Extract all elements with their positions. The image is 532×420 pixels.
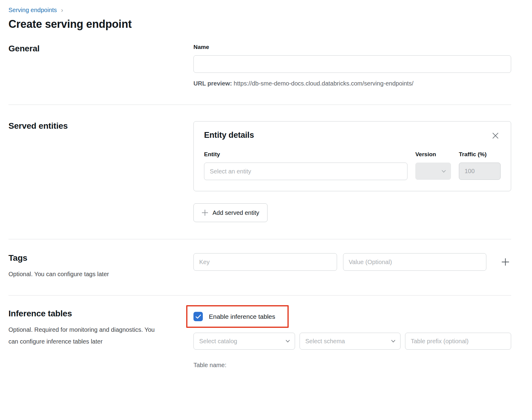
- create-serving-endpoint-page: Serving endpoints › Create serving endpo…: [0, 0, 532, 369]
- select-catalog-dropdown[interactable]: Select catalog: [193, 333, 295, 350]
- version-label: Version: [415, 151, 451, 158]
- enable-inference-tables-checkbox[interactable]: [193, 312, 203, 321]
- name-label: Name: [193, 44, 511, 50]
- breadcrumb-serving-endpoints-link[interactable]: Serving endpoints: [8, 7, 57, 14]
- general-heading: General: [8, 44, 163, 53]
- breadcrumb-chevron-icon: ›: [61, 7, 63, 13]
- check-icon: [196, 315, 201, 319]
- entity-details-card: Entity details Entity: [193, 121, 511, 191]
- entity-label: Entity: [204, 151, 407, 158]
- served-entities-section: Served entities Entity details Entity: [8, 121, 511, 222]
- general-section: General Name URL preview: https://db-sme…: [8, 44, 511, 87]
- highlight-annotation-box: Enable inference tables: [186, 305, 289, 328]
- traffic-input[interactable]: [459, 163, 501, 180]
- select-schema-dropdown[interactable]: Select schema: [300, 333, 401, 350]
- traffic-label: Traffic (%): [459, 151, 501, 158]
- version-select[interactable]: [415, 163, 451, 180]
- chevron-down-icon: [442, 170, 446, 173]
- page-title: Create serving endpoint: [8, 18, 511, 31]
- section-divider: [8, 295, 511, 296]
- add-served-entity-label: Add served entity: [212, 209, 259, 216]
- close-icon[interactable]: [490, 131, 501, 141]
- select-catalog-placeholder: Select catalog: [199, 338, 237, 345]
- select-schema-placeholder: Select schema: [305, 338, 345, 345]
- table-name-label: Table name:: [193, 362, 511, 369]
- served-entities-heading: Served entities: [8, 121, 163, 131]
- section-divider: [8, 239, 511, 239]
- inference-tables-subtitle: Optional. Required for monitoring and di…: [8, 324, 163, 347]
- url-preview: URL preview: https://db-sme-demo-docs.cl…: [193, 80, 511, 87]
- tags-subtitle: Optional. You can configure tags later: [8, 268, 163, 280]
- section-divider: [8, 105, 511, 105]
- chevron-down-icon: [391, 340, 395, 343]
- tag-key-input[interactable]: [193, 253, 337, 271]
- enable-inference-tables-label: Enable inference tables: [209, 313, 275, 320]
- entity-select-input[interactable]: [204, 163, 407, 180]
- url-preview-label: URL preview:: [193, 80, 232, 87]
- breadcrumb: Serving endpoints ›: [8, 7, 511, 14]
- plus-icon: [202, 209, 208, 216]
- add-tag-button[interactable]: [500, 256, 511, 268]
- tags-heading: Tags: [8, 253, 163, 263]
- entity-details-title: Entity details: [204, 131, 254, 140]
- table-prefix-input[interactable]: [405, 333, 511, 350]
- tag-value-input[interactable]: [343, 253, 487, 271]
- name-input[interactable]: [193, 55, 511, 73]
- inference-tables-heading: Inference tables: [8, 309, 163, 318]
- url-preview-value: https://db-sme-demo-docs.cloud.databrick…: [234, 80, 414, 87]
- inference-tables-section: Inference tables Optional. Required for …: [8, 309, 511, 369]
- tags-section: Tags Optional. You can configure tags la…: [8, 253, 511, 280]
- add-served-entity-button[interactable]: Add served entity: [193, 203, 268, 222]
- chevron-down-icon: [286, 340, 290, 343]
